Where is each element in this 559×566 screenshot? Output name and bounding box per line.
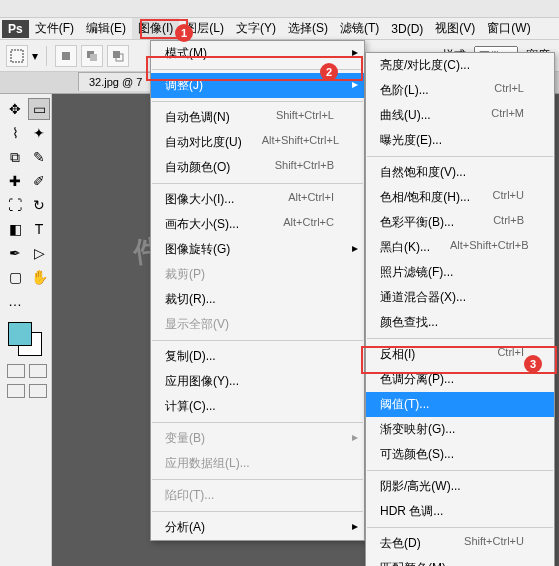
mi-selective-color[interactable]: 可选颜色(S)... <box>366 442 554 467</box>
marquee-tool-icon[interactable]: ▭ <box>28 98 50 120</box>
crop-tool-icon[interactable]: ⧉ <box>4 146 26 168</box>
menu-select[interactable]: 选择(S) <box>282 18 334 39</box>
menu-3d[interactable]: 3D(D) <box>385 20 429 38</box>
chevron-down-icon[interactable]: ▾ <box>32 49 38 63</box>
pen-tool-icon[interactable]: ✒ <box>4 242 26 264</box>
hand-tool-icon[interactable]: ✋ <box>28 266 50 288</box>
path-select-icon[interactable]: ▷ <box>28 242 50 264</box>
stamp-tool-icon[interactable]: ⛶ <box>4 194 26 216</box>
quickmask-icons[interactable] <box>4 364 50 378</box>
adjustments-submenu: 亮度/对比度(C)... 色阶(L)...Ctrl+L 曲线(U)...Ctrl… <box>365 52 555 566</box>
toolbox: ✥ ▭ ⌇ ✦ ⧉ ✎ ✚ ✐ ⛶ ↻ ◧ T ✒ ▷ ▢ ✋ … <box>0 94 52 566</box>
mi-posterize[interactable]: 色调分离(P)... <box>366 367 554 392</box>
mi-apply-image[interactable]: 应用图像(Y)... <box>151 369 364 394</box>
mi-variables[interactable]: 变量(B)▸ <box>151 426 364 451</box>
eyedropper-tool-icon[interactable]: ✎ <box>28 146 50 168</box>
mi-curves[interactable]: 曲线(U)...Ctrl+M <box>366 103 554 128</box>
brush-tool-icon[interactable]: ✐ <box>28 170 50 192</box>
mi-adjustments[interactable]: 调整(J)▸ <box>151 73 364 98</box>
opt-btn-1[interactable] <box>55 45 77 67</box>
mi-trim[interactable]: 裁切(R)... <box>151 287 364 312</box>
menu-filter[interactable]: 滤镜(T) <box>334 18 385 39</box>
mi-auto-color[interactable]: 自动颜色(O)Shift+Ctrl+B <box>151 155 364 180</box>
mi-analysis[interactable]: 分析(A)▸ <box>151 515 364 540</box>
history-brush-icon[interactable]: ↻ <box>28 194 50 216</box>
wand-tool-icon[interactable]: ✦ <box>28 122 50 144</box>
mi-reveal-all[interactable]: 显示全部(V) <box>151 312 364 337</box>
mi-vibrance[interactable]: 自然饱和度(V)... <box>366 160 554 185</box>
marquee-icon[interactable] <box>6 45 28 67</box>
mi-datasets[interactable]: 应用数据组(L)... <box>151 451 364 476</box>
color-swatch[interactable] <box>4 322 50 358</box>
image-menu: 模式(M)▸ 调整(J)▸ 自动色调(N)Shift+Ctrl+L 自动对比度(… <box>150 40 365 541</box>
mi-channel-mixer[interactable]: 通道混合器(X)... <box>366 285 554 310</box>
heal-tool-icon[interactable]: ✚ <box>4 170 26 192</box>
lasso-tool-icon[interactable]: ⌇ <box>4 122 26 144</box>
mi-hue-saturation[interactable]: 色相/饱和度(H)...Ctrl+U <box>366 185 554 210</box>
mi-threshold[interactable]: 阈值(T)... <box>366 392 554 417</box>
mi-black-white[interactable]: 黑白(K)...Alt+Shift+Ctrl+B <box>366 235 554 260</box>
type-tool-icon[interactable]: T <box>28 218 50 240</box>
mi-image-rotation[interactable]: 图像旋转(G)▸ <box>151 237 364 262</box>
mi-match-color[interactable]: 匹配颜色(M)... <box>366 556 554 566</box>
mi-invert[interactable]: 反相(I)Ctrl+I <box>366 342 554 367</box>
mi-crop[interactable]: 裁剪(P) <box>151 262 364 287</box>
mi-image-size[interactable]: 图像大小(I)...Alt+Ctrl+I <box>151 187 364 212</box>
mi-auto-tone[interactable]: 自动色调(N)Shift+Ctrl+L <box>151 105 364 130</box>
mi-shadows-highlights[interactable]: 阴影/高光(W)... <box>366 474 554 499</box>
mi-auto-contrast[interactable]: 自动对比度(U)Alt+Shift+Ctrl+L <box>151 130 364 155</box>
tab-document[interactable]: 32.jpg @ 7 <box>78 72 153 91</box>
menu-edit[interactable]: 编辑(E) <box>80 18 132 39</box>
opt-btn-2[interactable] <box>81 45 103 67</box>
opt-btn-3[interactable] <box>107 45 129 67</box>
mi-photo-filter[interactable]: 照片滤镜(F)... <box>366 260 554 285</box>
mi-color-lookup[interactable]: 颜色查找... <box>366 310 554 335</box>
menu-view[interactable]: 视图(V) <box>429 18 481 39</box>
svg-rect-3 <box>90 54 97 61</box>
menu-image[interactable]: 图像(I) <box>132 18 179 39</box>
eraser-tool-icon[interactable]: ◧ <box>4 218 26 240</box>
mi-exposure[interactable]: 曝光度(E)... <box>366 128 554 153</box>
mi-hdr-toning[interactable]: HDR 色调... <box>366 499 554 524</box>
mi-brightness-contrast[interactable]: 亮度/对比度(C)... <box>366 53 554 78</box>
mi-canvas-size[interactable]: 画布大小(S)...Alt+Ctrl+C <box>151 212 364 237</box>
menu-type[interactable]: 文字(Y) <box>230 18 282 39</box>
menu-layer[interactable]: 图层(L) <box>179 18 230 39</box>
mi-trap[interactable]: 陷印(T)... <box>151 483 364 508</box>
mi-mode[interactable]: 模式(M)▸ <box>151 41 364 66</box>
ps-logo: Ps <box>2 20 29 38</box>
mi-desaturate[interactable]: 去色(D)Shift+Ctrl+U <box>366 531 554 556</box>
menu-file[interactable]: 文件(F) <box>29 18 80 39</box>
mi-duplicate[interactable]: 复制(D)... <box>151 344 364 369</box>
move-tool-icon[interactable]: ✥ <box>4 98 26 120</box>
menubar: Ps 文件(F) 编辑(E) 图像(I) 图层(L) 文字(Y) 选择(S) 滤… <box>0 18 559 40</box>
shape-tool-icon[interactable]: ▢ <box>4 266 26 288</box>
svg-rect-0 <box>11 50 23 62</box>
mi-levels[interactable]: 色阶(L)...Ctrl+L <box>366 78 554 103</box>
svg-rect-1 <box>62 52 70 60</box>
mi-color-balance[interactable]: 色彩平衡(B)...Ctrl+B <box>366 210 554 235</box>
screenmode-icons[interactable] <box>4 384 50 398</box>
mi-gradient-map[interactable]: 渐变映射(G)... <box>366 417 554 442</box>
mi-calculations[interactable]: 计算(C)... <box>151 394 364 419</box>
menu-window[interactable]: 窗口(W) <box>481 18 536 39</box>
zoom-tool-icon[interactable]: … <box>4 290 26 312</box>
fg-color[interactable] <box>8 322 32 346</box>
